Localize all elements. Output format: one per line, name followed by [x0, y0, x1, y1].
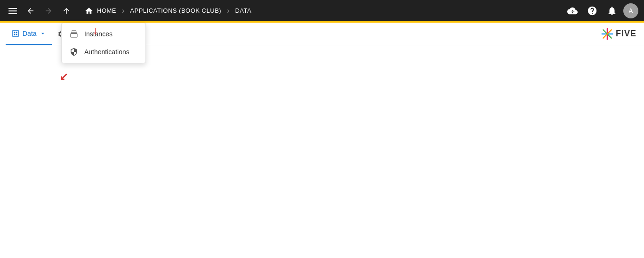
data-tab-label: Data — [23, 30, 37, 37]
back-button[interactable] — [24, 4, 38, 18]
cloud-search-button[interactable] — [564, 2, 581, 19]
data-tab[interactable]: Data — [6, 23, 52, 45]
home-icon — [85, 7, 93, 15]
forward-button[interactable] — [41, 4, 56, 18]
up-button[interactable] — [59, 4, 73, 18]
home-label: HOME — [97, 7, 116, 14]
separator-2: › — [122, 7, 124, 15]
breadcrumb-data[interactable]: DATA — [235, 7, 251, 14]
instances-icon — [69, 30, 79, 38]
hamburger-button[interactable] — [6, 4, 20, 18]
instances-label: Instances — [84, 30, 113, 38]
table-icon — [11, 29, 20, 38]
shield-icon — [69, 48, 79, 56]
breadcrumb-applications[interactable]: APPLICATIONS (BOOK CLUB) — [130, 7, 221, 14]
data-tab-dropdown-icon — [40, 30, 46, 37]
app-label: APPLICATIONS (BOOK CLUB) — [130, 7, 221, 14]
svg-rect-2 — [8, 13, 17, 14]
five-logo-icon — [601, 27, 614, 41]
data-label: DATA — [235, 7, 251, 14]
cloud-search-icon — [567, 6, 578, 16]
svg-rect-1 — [8, 10, 17, 11]
dropdown-item-authentications[interactable]: Authentications — [62, 43, 145, 61]
five-logo-text: FIVE — [616, 29, 636, 39]
five-logo: FIVE — [601, 27, 636, 41]
help-icon — [587, 6, 597, 16]
top-nav: HOME › APPLICATIONS (BOOK CLUB) › DATA A — [0, 0, 644, 23]
setup-dropdown-menu: Instances Authentications — [61, 23, 146, 63]
avatar-button[interactable]: A — [623, 3, 638, 18]
notifications-button[interactable] — [604, 2, 620, 19]
main-content — [0, 45, 644, 258]
help-button[interactable] — [584, 2, 601, 19]
bell-icon — [607, 6, 617, 16]
svg-rect-0 — [8, 8, 17, 9]
nav-left: HOME › APPLICATIONS (BOOK CLUB) › DATA — [6, 4, 564, 18]
breadcrumb-home[interactable]: HOME — [85, 7, 116, 15]
dropdown-item-instances[interactable]: Instances — [62, 25, 145, 43]
separator-3: › — [227, 7, 229, 15]
avatar-letter: A — [628, 7, 633, 15]
authentications-label: Authentications — [84, 48, 129, 56]
nav-right: A — [564, 2, 638, 19]
